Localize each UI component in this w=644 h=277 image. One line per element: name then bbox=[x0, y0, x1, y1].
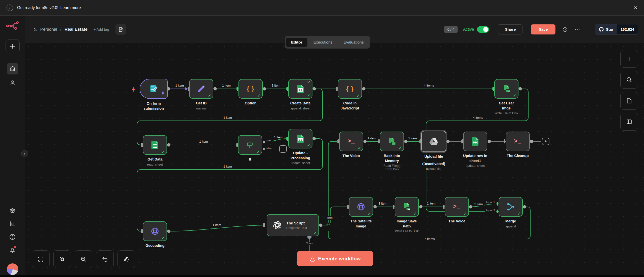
node-the-voice[interactable]: >_ ✓ The Voice bbox=[445, 197, 469, 224]
sticky-note-button[interactable] bbox=[620, 92, 638, 110]
add-tag-button[interactable]: + Add tag bbox=[94, 27, 109, 31]
node-update-row-in-sheet1[interactable]: Update row in sheet1 update: sheet bbox=[463, 132, 487, 168]
banner-close-icon[interactable]: ✕ bbox=[634, 5, 637, 11]
github-icon bbox=[599, 27, 604, 32]
search-icon bbox=[626, 76, 632, 83]
code-braces-icon: { } bbox=[346, 85, 354, 93]
node-geocoding[interactable]: ✓ Geocoding bbox=[143, 221, 167, 248]
workflow-name[interactable]: Real Estate bbox=[64, 27, 88, 32]
node-the-script[interactable]: The Script Response Text ✓ bbox=[267, 214, 319, 236]
edge-label: 1 item bbox=[222, 165, 233, 168]
zoom-in-button[interactable] bbox=[53, 250, 71, 268]
user-avatar[interactable] bbox=[7, 263, 18, 275]
node-subtitle: upload: file bbox=[421, 167, 446, 171]
edge-label: 1 item bbox=[323, 216, 334, 220]
node-code-in-javascript[interactable]: { } ✓ Code in JavaScript bbox=[338, 79, 362, 111]
edge-label: 1 item bbox=[426, 202, 436, 205]
edit-workflow-button[interactable] bbox=[115, 24, 126, 35]
node-merge[interactable]: ✓ Merge append bbox=[499, 197, 523, 228]
active-label: Active bbox=[463, 27, 474, 32]
sidebar-item-insights[interactable] bbox=[7, 218, 18, 229]
workflow-canvas[interactable]: On form submission ✓ Get ID manual { } ✓… bbox=[25, 43, 644, 275]
fit-view-icon bbox=[37, 256, 44, 262]
node-the-satellite-image[interactable]: ✓ The Satellite Image bbox=[349, 197, 373, 229]
zoom-to-fit-button[interactable] bbox=[32, 250, 50, 268]
edge-label-true: true bbox=[265, 139, 272, 142]
tidy-up-button[interactable] bbox=[117, 250, 135, 268]
node-get-id[interactable]: ✓ Get ID manual bbox=[189, 79, 213, 110]
node-subtitle: Response Text bbox=[286, 226, 307, 230]
note-icon bbox=[626, 98, 632, 104]
globe-icon bbox=[150, 226, 160, 236]
sidebar-item-personal[interactable] bbox=[7, 77, 18, 89]
tidy-broom-icon bbox=[123, 256, 130, 262]
node-image-save-path[interactable]: ✓ Image Save Path Write File to Disk bbox=[395, 197, 419, 233]
tab-evaluations[interactable]: Evaluations bbox=[339, 38, 369, 47]
execute-workflow-button[interactable]: Execute workflow bbox=[297, 251, 373, 266]
google-drive-icon bbox=[429, 137, 439, 146]
save-button[interactable]: Save bbox=[531, 24, 555, 34]
node-back-into-memory[interactable]: ✓ Back into Memory Read File(s) From Dis… bbox=[380, 132, 404, 171]
sidebar-item-whats-new[interactable] bbox=[7, 244, 18, 256]
node-update-processing[interactable]: ✓ Update - Processing update: sheet bbox=[288, 129, 312, 165]
toggle-panel-button[interactable] bbox=[620, 113, 638, 131]
ellipsis-icon: ⋯ bbox=[575, 26, 581, 33]
google-sheets-icon bbox=[151, 140, 159, 149]
node-title: The Script bbox=[286, 221, 307, 225]
undo-button[interactable] bbox=[96, 250, 114, 268]
execution-count-badge: 0 / 4 bbox=[444, 26, 457, 33]
flask-icon bbox=[310, 256, 315, 262]
node-get-data[interactable]: ✓ Get Data read: sheet bbox=[143, 135, 167, 166]
success-check-icon: ✓ bbox=[368, 211, 371, 216]
success-check-icon: ✓ bbox=[356, 93, 360, 98]
node-subtitle: update: sheet bbox=[288, 161, 312, 165]
history-icon bbox=[562, 26, 568, 32]
zoom-out-icon bbox=[80, 256, 87, 262]
home-icon bbox=[9, 65, 16, 72]
node-title: Get Data bbox=[143, 157, 167, 162]
trigger-bolt-icon bbox=[131, 86, 136, 94]
node-title: The Satellite Image bbox=[349, 219, 373, 229]
add-node-button-cleanup[interactable]: + bbox=[542, 138, 549, 145]
edit-note-icon bbox=[118, 27, 124, 32]
node-title: Back into Memory bbox=[380, 153, 404, 163]
github-star-widget[interactable]: Star 162,824 bbox=[595, 24, 638, 34]
share-button[interactable]: Share bbox=[498, 24, 522, 34]
node-subtitle: read: sheet bbox=[143, 163, 167, 166]
learn-more-link[interactable]: Learn more bbox=[60, 6, 81, 10]
node-title: Create Data bbox=[288, 101, 312, 106]
node-if[interactable]: ✓ If bbox=[238, 135, 262, 162]
node-upload-file[interactable]: Upload file (Deactivated) upload: file bbox=[421, 131, 446, 171]
view-tabs: Editor Executions Evaluations bbox=[285, 36, 370, 49]
terminal-icon: >_ bbox=[347, 138, 355, 145]
tab-editor[interactable]: Editor bbox=[286, 38, 307, 47]
history-button[interactable] bbox=[562, 26, 568, 32]
node-on-form-submission[interactable]: On form submission bbox=[140, 79, 168, 111]
active-toggle[interactable] bbox=[477, 26, 489, 33]
node-title-deactivated: (Deactivated) bbox=[421, 162, 446, 167]
sidebar-collapse-button[interactable]: › bbox=[21, 150, 28, 157]
edge-label: 1 item bbox=[273, 136, 284, 139]
sidebar-item-help[interactable] bbox=[7, 231, 18, 243]
node-the-cleanup[interactable]: >_ The Cleanup bbox=[506, 132, 530, 159]
node-option[interactable]: { } ✓ Option bbox=[238, 79, 263, 106]
more-options-button[interactable]: ⋯ bbox=[575, 26, 581, 33]
success-check-icon: ✓ bbox=[162, 149, 165, 154]
bottom-strip bbox=[0, 275, 644, 277]
search-nodes-button[interactable] bbox=[620, 71, 638, 89]
notification-dot bbox=[14, 246, 16, 248]
node-the-video[interactable]: >_ ✓ The Video bbox=[339, 132, 363, 159]
add-node-button-false-branch[interactable]: + bbox=[279, 145, 287, 153]
breadcrumb-project[interactable]: Personal bbox=[40, 27, 57, 32]
google-sheets-icon bbox=[296, 134, 305, 143]
node-title: Get ID bbox=[189, 101, 213, 106]
sidebar-item-templates[interactable] bbox=[7, 205, 18, 216]
new-workflow-button[interactable] bbox=[6, 39, 20, 53]
node-create-data[interactable]: ⟳ ✓ Create Data append: sheet bbox=[288, 79, 312, 110]
zoom-out-button[interactable] bbox=[75, 250, 92, 268]
sidebar-item-overview[interactable] bbox=[7, 63, 18, 74]
node-get-user-imgs[interactable]: ✓ Get User Imgs Write File to Disk bbox=[494, 79, 518, 115]
tab-executions[interactable]: Executions bbox=[308, 38, 338, 47]
sidebar-divider bbox=[0, 260, 25, 260]
add-node-panel-button[interactable] bbox=[620, 50, 638, 68]
